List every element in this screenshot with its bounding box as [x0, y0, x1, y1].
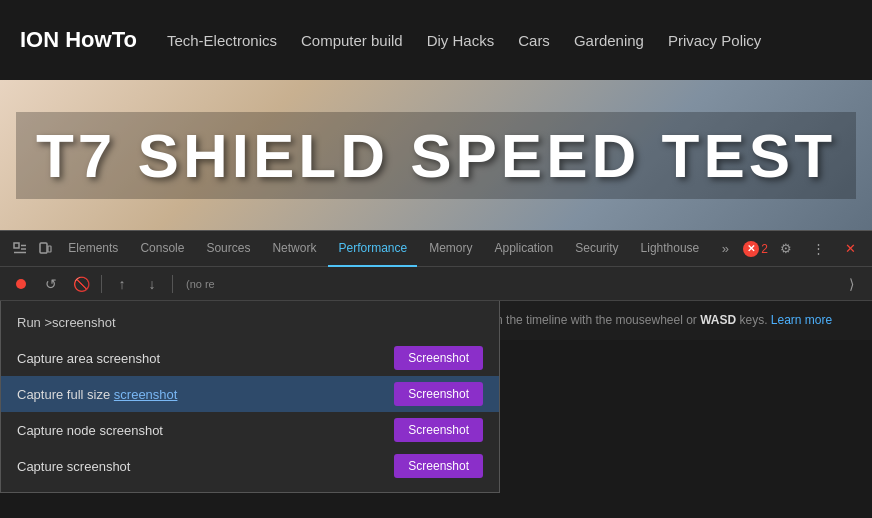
capture-area-label: Capture area screenshot [17, 351, 160, 366]
capture-screenshot-label: Capture screenshot [17, 459, 130, 474]
capture-screenshot-row[interactable]: Capture screenshot Screenshot [1, 448, 499, 484]
settings-icon[interactable]: ⚙ [772, 235, 800, 263]
tab-memory[interactable]: Memory [419, 231, 482, 267]
upload-icon[interactable]: ↑ [109, 271, 135, 297]
tab-console[interactable]: Console [130, 231, 194, 267]
close-devtools-icon[interactable]: ✕ [836, 235, 864, 263]
svg-rect-5 [48, 246, 51, 252]
learn-more-link[interactable]: Learn more [771, 313, 832, 327]
clear-icon[interactable]: 🚫 [68, 271, 94, 297]
error-badge: ✕ 2 [743, 241, 768, 257]
website-content: T7 SHIELD SPEED TEST [0, 80, 872, 230]
devtools-tabs-right: » ✕ 2 ⚙ ⋮ ✕ [711, 235, 864, 263]
tab-sources[interactable]: Sources [196, 231, 260, 267]
nav-diy-hacks[interactable]: Diy Hacks [427, 32, 495, 49]
record-icon[interactable] [8, 271, 34, 297]
refresh-icon[interactable]: ↺ [38, 271, 64, 297]
svg-rect-4 [40, 243, 47, 253]
capture-node-screenshot-btn[interactable]: Screenshot [394, 418, 483, 442]
capture-fullsize-row[interactable]: Capture full size screenshot Screenshot [1, 376, 499, 412]
inspect-element-icon[interactable] [8, 235, 31, 263]
download-icon[interactable]: ↓ [139, 271, 165, 297]
nav-cars[interactable]: Cars [518, 32, 550, 49]
toolbar-divider-1 [101, 275, 102, 293]
nav-links: Tech-Electronics Computer build Diy Hack… [167, 32, 761, 49]
tab-application[interactable]: Application [485, 231, 564, 267]
capture-area-row[interactable]: Capture area screenshot Screenshot [1, 340, 499, 376]
nav-tech-electronics[interactable]: Tech-Electronics [167, 32, 277, 49]
devtools-toolbar: ↺ 🚫 ↑ ↓ (no re Run >screenshot Capture a… [0, 267, 872, 301]
site-logo[interactable]: ION HowTo [20, 27, 137, 53]
more-tabs-icon[interactable]: » [711, 235, 739, 263]
capture-area-screenshot-btn[interactable]: Screenshot [394, 346, 483, 370]
nav-computer-build[interactable]: Computer build [301, 32, 403, 49]
svg-point-6 [16, 279, 26, 289]
tab-security[interactable]: Security [565, 231, 628, 267]
svg-rect-0 [14, 243, 19, 248]
capture-fullsize-screenshot-btn[interactable]: Screenshot [394, 382, 483, 406]
toolbar-right-icons: ⟩ [838, 271, 864, 297]
screenshot-dropdown: Run >screenshot Capture area screenshot … [0, 301, 500, 493]
dropdown-header: Run >screenshot [1, 309, 499, 340]
tab-elements[interactable]: Elements [58, 231, 128, 267]
toolbar-right-icon-1[interactable]: ⟩ [838, 271, 864, 297]
tab-lighthouse[interactable]: Lighthouse [631, 231, 710, 267]
banner-title: T7 SHIELD SPEED TEST [16, 112, 856, 199]
navbar: ION HowTo Tech-Electronics Computer buil… [0, 0, 872, 80]
tab-performance[interactable]: Performance [328, 231, 417, 267]
capture-fullsize-label: Capture full size screenshot [17, 387, 177, 402]
capture-node-row[interactable]: Capture node screenshot Screenshot [1, 412, 499, 448]
error-x-icon: ✕ [743, 241, 759, 257]
devtools-panel: Elements Console Sources Network Perform… [0, 230, 872, 340]
tab-network[interactable]: Network [262, 231, 326, 267]
nav-gardening[interactable]: Gardening [574, 32, 644, 49]
website-banner: T7 SHIELD SPEED TEST [0, 80, 872, 230]
toolbar-divider-2 [172, 275, 173, 293]
no-record-text: (no re [180, 278, 221, 290]
capture-screenshot-btn[interactable]: Screenshot [394, 454, 483, 478]
device-toggle-icon[interactable] [33, 235, 56, 263]
nav-privacy-policy[interactable]: Privacy Policy [668, 32, 761, 49]
more-options-icon[interactable]: ⋮ [804, 235, 832, 263]
devtools-tabs-bar: Elements Console Sources Network Perform… [0, 231, 872, 267]
capture-node-label: Capture node screenshot [17, 423, 163, 438]
